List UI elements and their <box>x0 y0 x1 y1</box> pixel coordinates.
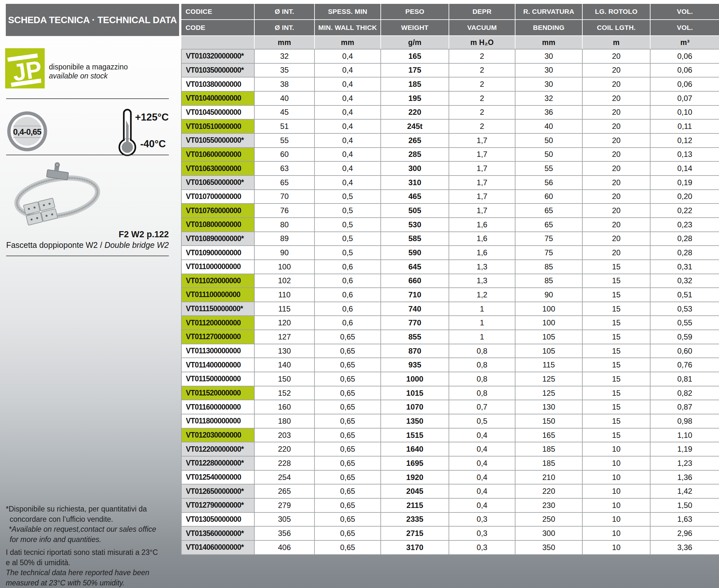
value-cell: 0,4 <box>314 161 381 175</box>
table-row: VT012650000000*2650,6520450,4220101,42 <box>181 484 719 498</box>
value-cell: 56 <box>515 175 582 190</box>
col-header-unit: m³ <box>650 36 719 49</box>
value-cell: 356 <box>254 526 314 541</box>
value-cell: 40 <box>254 91 314 105</box>
thermometer-icon <box>118 108 136 156</box>
value-cell: 55 <box>254 133 314 148</box>
value-cell: 660 <box>381 274 449 288</box>
table-row: VT0118000000001800,6513500,5150150,98 <box>181 414 719 428</box>
value-cell: 20 <box>582 105 650 120</box>
code-cell: VT010400000000 <box>181 91 254 105</box>
value-cell: 220 <box>515 484 582 498</box>
code-cell: VT012650000000* <box>181 484 254 498</box>
value-cell: 150 <box>515 414 582 428</box>
value-cell: 80 <box>254 218 314 232</box>
value-cell: 90 <box>254 246 314 260</box>
col-header-en: MIN. WALL THICK <box>314 20 381 36</box>
footnote-measurement: I dati tecnici riportati sono stati misu… <box>6 547 158 588</box>
code-cell: VT010650000000* <box>181 175 254 190</box>
col-header-unit: g/m <box>381 36 449 49</box>
value-cell: 10 <box>582 541 650 554</box>
value-cell: 15 <box>582 302 650 316</box>
clamp-image <box>9 161 105 228</box>
temp-min-label: -40°C <box>140 138 166 150</box>
col-header-unit: m H₂O <box>449 36 515 49</box>
table-row: VT012280000000*2280,6516950,4185101,23 <box>181 456 719 470</box>
value-cell: 0,98 <box>650 414 719 428</box>
value-cell: 0,6 <box>314 288 381 302</box>
value-cell: 0,65 <box>314 386 381 400</box>
value-cell: 870 <box>381 344 449 358</box>
col-header-en: COIL LGTH. <box>582 20 650 36</box>
value-cell: 15 <box>582 386 650 400</box>
value-cell: 0,5 <box>314 232 381 246</box>
value-cell: 1,63 <box>650 512 719 527</box>
value-cell: 285 <box>381 148 449 162</box>
table-row: VT010600000000600,42851,750200,13 <box>181 148 719 162</box>
value-cell: 20 <box>582 204 650 218</box>
value-cell: 10 <box>582 512 650 527</box>
value-cell: 2 <box>449 105 515 120</box>
value-cell: 0,8 <box>449 344 515 358</box>
value-cell: 228 <box>254 456 314 470</box>
value-cell: 30 <box>515 63 582 78</box>
col-header-en: VACUUM <box>449 20 515 36</box>
value-cell: 100 <box>254 260 314 274</box>
col-header-en: BENDING <box>515 20 582 36</box>
footnote-line: I dati tecnici riportati sono stati misu… <box>6 547 158 558</box>
value-cell: 0,10 <box>650 105 719 120</box>
divider <box>6 98 169 99</box>
table-row: VT0114000000001400,659350,8115150,76 <box>181 358 719 372</box>
table-row: VT010760000000760,55051,765200,22 <box>181 204 719 218</box>
value-cell: 50 <box>515 148 582 162</box>
table-row: VT010510000000510,4245t240200,11 <box>181 119 719 133</box>
value-cell: 1,7 <box>449 190 515 204</box>
value-cell: 0,4 <box>449 498 515 512</box>
value-cell: 0,28 <box>650 232 719 246</box>
value-cell: 15 <box>582 428 650 442</box>
availability-en: available on stock <box>49 71 128 80</box>
value-cell: 2 <box>449 119 515 133</box>
value-cell: 20 <box>582 63 650 78</box>
value-cell: 1,6 <box>449 218 515 232</box>
value-cell: 0,4 <box>449 428 515 442</box>
code-cell: VT012540000000 <box>181 470 254 484</box>
table-row: VT011150000000*1150,67401100150,53 <box>181 302 719 316</box>
footnote-line: concordare con l’ufficio vendite. <box>6 514 156 525</box>
value-cell: 1,7 <box>449 161 515 175</box>
value-cell: 2 <box>449 63 515 78</box>
value-cell: 300 <box>515 526 582 541</box>
table-row: VT010800000000800,55301,665200,23 <box>181 218 719 232</box>
value-cell: 254 <box>254 470 314 484</box>
value-cell: 50 <box>515 133 582 148</box>
value-cell: 2715 <box>381 526 449 541</box>
value-cell: 0,4 <box>449 470 515 484</box>
value-cell: 65 <box>515 204 582 218</box>
table-row: VT010630000000630,43001,755200,14 <box>181 161 719 175</box>
value-cell: 0,8 <box>449 358 515 372</box>
value-cell: 35 <box>254 63 314 78</box>
value-cell: 10 <box>582 456 650 470</box>
value-cell: 0,4 <box>449 484 515 498</box>
value-cell: 20 <box>582 218 650 232</box>
value-cell: 20 <box>582 232 650 246</box>
value-cell: 89 <box>254 232 314 246</box>
code-cell: VT010890000000* <box>181 232 254 246</box>
svg-text:0,4-0,65: 0,4-0,65 <box>13 127 41 136</box>
value-cell: 120 <box>254 316 314 330</box>
col-header-unit: mm <box>314 36 381 49</box>
code-cell: VT010760000000 <box>181 204 254 218</box>
value-cell: 60 <box>515 190 582 204</box>
value-cell: 20 <box>582 148 650 162</box>
value-cell: 1350 <box>381 414 449 428</box>
value-cell: 1,6 <box>449 232 515 246</box>
value-cell: 0,20 <box>650 190 719 204</box>
code-cell: VT011200000000 <box>181 316 254 330</box>
table-row: VT010700000000700,54651,760200,20 <box>181 190 719 204</box>
value-cell: 0,11 <box>650 119 719 133</box>
value-cell: 1515 <box>381 428 449 442</box>
value-cell: 279 <box>254 498 314 512</box>
value-cell: 1,42 <box>650 484 719 498</box>
value-cell: 0,7 <box>449 400 515 414</box>
table-row: VT012790000000*2790,6521150,4230101,50 <box>181 498 719 512</box>
